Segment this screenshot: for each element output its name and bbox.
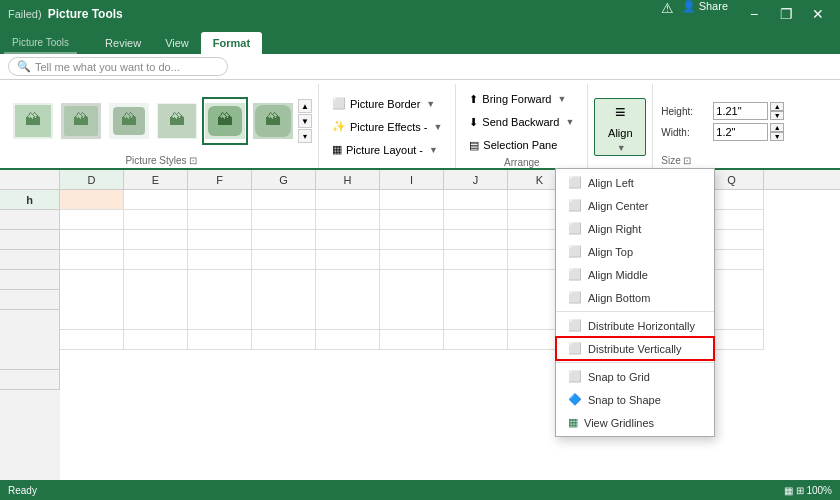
cell-g2[interactable] [252, 210, 316, 230]
tell-me-input[interactable]: 🔍 Tell me what you want to do... [8, 57, 228, 76]
cell-d3[interactable] [60, 230, 124, 250]
cell-f2[interactable] [188, 210, 252, 230]
align-bottom-item[interactable]: ⬜ Align Bottom [556, 286, 714, 309]
cell-i5[interactable] [380, 270, 444, 330]
col-header-j[interactable]: J [444, 170, 508, 189]
cell-h4[interactable] [316, 250, 380, 270]
share-button[interactable]: 👤 Share [682, 0, 728, 28]
view-gridlines-item[interactable]: ▦ View Gridlines [556, 411, 714, 434]
col-header-h[interactable]: H [316, 170, 380, 189]
cell-h1[interactable] [316, 190, 380, 210]
close-button[interactable]: ✕ [804, 0, 832, 28]
col-header-d[interactable]: D [60, 170, 124, 189]
scroll-down-button[interactable]: ▼ [298, 114, 312, 128]
picture-styles-expand-icon[interactable]: ⊡ [189, 155, 197, 166]
align-left-item[interactable]: ⬜ Align Left [556, 171, 714, 194]
width-input[interactable] [713, 123, 768, 141]
minimize-button[interactable]: − [740, 0, 768, 28]
tab-format[interactable]: Format [201, 32, 262, 54]
cell-h5[interactable] [316, 270, 380, 330]
align-top-item[interactable]: ⬜ Align Top [556, 240, 714, 263]
cell-i3[interactable] [380, 230, 444, 250]
picture-style-thumb-3[interactable]: 🏔 [106, 97, 152, 145]
cell-j4[interactable] [444, 250, 508, 270]
align-button[interactable]: ≡ Align ▼ [594, 98, 646, 156]
picture-border-button[interactable]: ⬜ Picture Border ▼ [325, 93, 449, 115]
picture-layout-button[interactable]: ▦ Picture Layout - ▼ [325, 139, 449, 161]
snap-to-shape-item[interactable]: 🔷 Snap to Shape [556, 388, 714, 411]
cell-d1[interactable] [60, 190, 124, 210]
cell-g4[interactable] [252, 250, 316, 270]
picture-style-thumb-5[interactable]: 🏔 [202, 97, 248, 145]
row-header-3[interactable] [0, 230, 60, 250]
cell-d5[interactable] [60, 270, 124, 330]
cell-e4[interactable] [124, 250, 188, 270]
distribute-vertically-item[interactable]: ⬜ Distribute Vertically [556, 337, 714, 360]
tab-review[interactable]: Review [93, 32, 153, 54]
cell-g3[interactable] [252, 230, 316, 250]
cell-j2[interactable] [444, 210, 508, 230]
cell-e3[interactable] [124, 230, 188, 250]
picture-style-thumb-6[interactable]: 🏔 [250, 97, 296, 145]
row-header-6[interactable] [0, 290, 60, 310]
align-right-item[interactable]: ⬜ Align Right [556, 217, 714, 240]
height-input[interactable] [713, 102, 768, 120]
row-header-selected[interactable]: h [0, 190, 60, 210]
col-header-g[interactable]: G [252, 170, 316, 189]
cell-f1[interactable] [188, 190, 252, 210]
cell-j1[interactable] [444, 190, 508, 210]
width-down-button[interactable]: ▼ [770, 132, 784, 141]
cell-f4[interactable] [188, 250, 252, 270]
cell-h3[interactable] [316, 230, 380, 250]
cell-d6[interactable] [60, 330, 124, 350]
cell-d4[interactable] [60, 250, 124, 270]
scroll-more-button[interactable]: ▾ [298, 129, 312, 143]
scroll-up-button[interactable]: ▲ [298, 99, 312, 113]
width-up-button[interactable]: ▲ [770, 123, 784, 132]
row-header-4[interactable] [0, 250, 60, 270]
col-header-e[interactable]: E [124, 170, 188, 189]
picture-style-thumb-1[interactable]: 🏔 [10, 97, 56, 145]
height-down-button[interactable]: ▼ [770, 111, 784, 120]
cell-f6[interactable] [188, 330, 252, 350]
col-header-f[interactable]: F [188, 170, 252, 189]
row-header-7[interactable] [0, 310, 60, 370]
cell-i2[interactable] [380, 210, 444, 230]
distribute-horizontally-item[interactable]: ⬜ Distribute Horizontally [556, 314, 714, 337]
picture-style-thumb-4[interactable]: 🏔 [154, 97, 200, 145]
col-header-i[interactable]: I [380, 170, 444, 189]
picture-effects-button[interactable]: ✨ Picture Effects - ▼ [325, 116, 449, 138]
cell-e2[interactable] [124, 210, 188, 230]
row-header-2[interactable] [0, 210, 60, 230]
cell-f5[interactable] [188, 270, 252, 330]
row-header-5[interactable] [0, 270, 60, 290]
cell-i6[interactable] [380, 330, 444, 350]
size-expand-icon[interactable]: ⊡ [683, 155, 691, 166]
tab-view[interactable]: View [153, 32, 201, 54]
restore-button[interactable]: ❐ [772, 0, 800, 28]
cell-d2[interactable] [60, 210, 124, 230]
cell-e1[interactable] [124, 190, 188, 210]
height-up-button[interactable]: ▲ [770, 102, 784, 111]
cell-h2[interactable] [316, 210, 380, 230]
cell-i1[interactable] [380, 190, 444, 210]
cell-e5[interactable] [124, 270, 188, 330]
cell-j6[interactable] [444, 330, 508, 350]
align-middle-item[interactable]: ⬜ Align Middle [556, 263, 714, 286]
bring-forward-button[interactable]: ⬆ Bring Forward ▼ [462, 88, 581, 110]
send-backward-button[interactable]: ⬇ Send Backward ▼ [462, 111, 581, 133]
cell-g1[interactable] [252, 190, 316, 210]
cell-g6[interactable] [252, 330, 316, 350]
selection-pane-button[interactable]: ▤ Selection Pane [462, 134, 581, 156]
cell-i4[interactable] [380, 250, 444, 270]
cell-h6[interactable] [316, 330, 380, 350]
cell-j5[interactable] [444, 270, 508, 330]
picture-style-thumb-2[interactable]: 🏔 [58, 97, 104, 145]
cell-e6[interactable] [124, 330, 188, 350]
cell-f3[interactable] [188, 230, 252, 250]
snap-to-grid-item[interactable]: ⬜ Snap to Grid [556, 365, 714, 388]
cell-g5[interactable] [252, 270, 316, 330]
align-center-item[interactable]: ⬜ Align Center [556, 194, 714, 217]
row-header-8[interactable] [0, 370, 60, 390]
cell-j3[interactable] [444, 230, 508, 250]
